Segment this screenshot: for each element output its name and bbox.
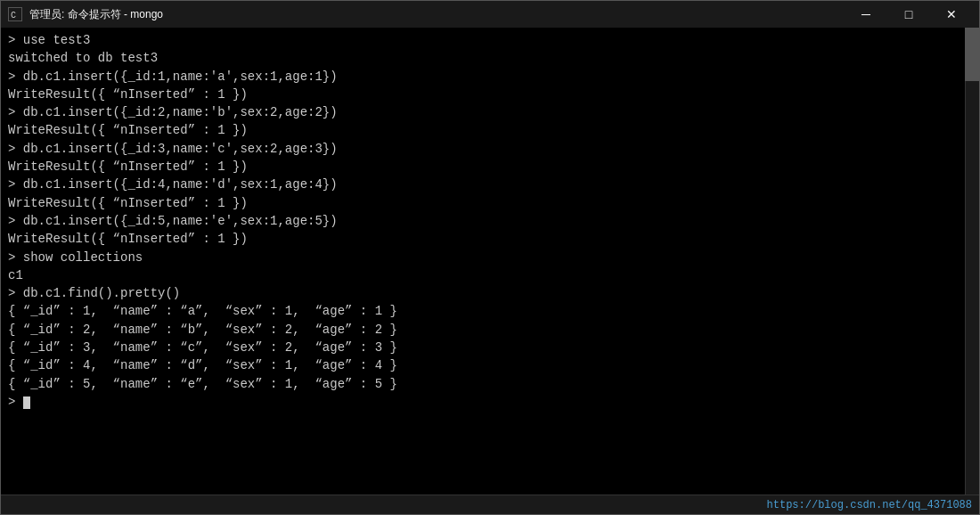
status-bar: https://blog.csdn.net/qq_4371088: [1, 495, 979, 514]
close-button[interactable]: ✕: [931, 1, 972, 28]
terminal-line: > db.c1.insert({_id:5,name:'e',sex:1,age…: [8, 212, 972, 230]
terminal-line: WriteResult({ “nInserted” : 1 }): [8, 121, 972, 139]
terminal-line: > db.c1.insert({_id:3,name:'c',sex:2,age…: [8, 140, 972, 158]
maximize-button[interactable]: □: [888, 1, 929, 28]
terminal-line: > db.c1.find().pretty(): [8, 284, 972, 302]
terminal-content: > use test3switched to db test3> db.c1.i…: [8, 31, 972, 411]
terminal-line: > db.c1.insert({_id:1,name:'a',sex:1,age…: [8, 68, 972, 86]
title-bar: C 管理员: 命令提示符 - mongo ─ □ ✕: [1, 1, 979, 28]
terminal-body[interactable]: > use test3switched to db test3> db.c1.i…: [1, 28, 979, 495]
terminal-line: { “_id” : 5, “name” : “e”, “sex” : 1, “a…: [8, 375, 972, 393]
terminal-line: WriteResult({ “nInserted” : 1 }): [8, 230, 972, 248]
svg-text:C: C: [11, 11, 16, 20]
window-controls: ─ □ ✕: [845, 1, 972, 28]
scrollbar-thumb[interactable]: [965, 28, 979, 81]
terminal-line: WriteResult({ “nInserted” : 1 }): [8, 158, 972, 176]
cmd-icon: C: [8, 7, 22, 21]
terminal-line: WriteResult({ “nInserted” : 1 }): [8, 86, 972, 103]
title-bar-left: C 管理员: 命令提示符 - mongo: [8, 7, 163, 22]
terminal-line: > show collections: [8, 249, 972, 266]
terminal-line: >: [8, 393, 972, 411]
status-url: https://blog.csdn.net/qq_4371088: [767, 499, 972, 511]
terminal-line: > db.c1.insert({_id:4,name:'d',sex:1,age…: [8, 176, 972, 193]
terminal-window: C 管理员: 命令提示符 - mongo ─ □ ✕ > use test3sw…: [0, 0, 980, 515]
minimize-button[interactable]: ─: [845, 1, 886, 28]
terminal-line: c1: [8, 266, 972, 284]
terminal-line: { “_id” : 4, “name” : “d”, “sex” : 1, “a…: [8, 356, 972, 374]
cursor: [23, 396, 30, 409]
terminal-line: { “_id” : 1, “name” : “a”, “sex” : 1, “a…: [8, 302, 972, 320]
terminal-line: > db.c1.insert({_id:2,name:'b',sex:2,age…: [8, 103, 972, 121]
scrollbar[interactable]: [965, 28, 979, 495]
terminal-line: switched to db test3: [8, 49, 972, 67]
terminal-line: WriteResult({ “nInserted” : 1 }): [8, 194, 972, 212]
terminal-line: { “_id” : 3, “name” : “c”, “sex” : 2, “a…: [8, 339, 972, 356]
window-title: 管理员: 命令提示符 - mongo: [29, 7, 163, 22]
terminal-line: { “_id” : 2, “name” : “b”, “sex” : 2, “a…: [8, 321, 972, 339]
terminal-line: > use test3: [8, 31, 972, 49]
